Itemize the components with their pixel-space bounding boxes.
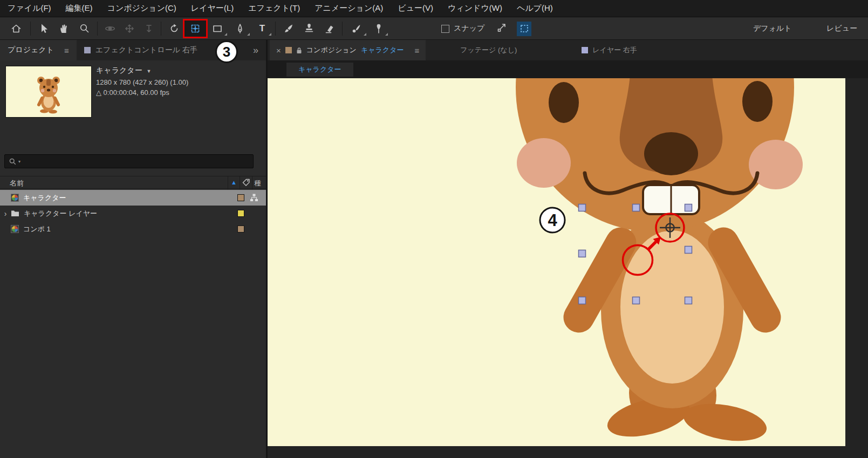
pan-camera-icon — [124, 23, 135, 35]
menu-effect[interactable]: エフェクト(T) — [248, 3, 300, 13]
label-column-icon[interactable] — [242, 179, 250, 187]
composition-icon — [11, 194, 19, 202]
tab-layer-label: レイヤー 右手 — [592, 45, 637, 55]
handle-bottom-right[interactable] — [685, 297, 692, 304]
step-4-number: 4 — [548, 211, 557, 230]
search-box: ▾ — [4, 154, 254, 168]
step-3-number: 3 — [223, 44, 230, 60]
menu-animation[interactable]: アニメーション(A) — [315, 3, 383, 13]
comp-name: キャラクター — [96, 66, 142, 74]
comp-color-label — [285, 47, 292, 53]
project-panel: プロジェクト ≡ エフェクトコントロール 右手 » — [0, 40, 266, 458]
brush-tool-button[interactable] — [278, 19, 299, 38]
close-icon[interactable]: × — [276, 46, 281, 55]
pan-behind-anchor-icon — [189, 23, 201, 35]
caret-down-icon[interactable]: ▼ — [147, 69, 152, 74]
search-icon — [9, 158, 17, 166]
tab-composition[interactable]: × コンポジション キャラクター ≡ — [270, 40, 426, 60]
dolly-camera-tool-button[interactable] — [139, 19, 159, 38]
brush-icon — [283, 23, 295, 35]
menu-composition[interactable]: コンポジション(C) — [107, 3, 176, 13]
tab-layer[interactable]: レイヤー 右手 — [575, 40, 644, 60]
selection-tool-button[interactable] — [33, 19, 54, 38]
label-color-swatch[interactable] — [237, 225, 244, 233]
composition-icon — [11, 225, 19, 233]
tab-project[interactable]: プロジェクト ≡ — [0, 40, 77, 60]
clone-stamp-icon — [303, 23, 315, 35]
comp-info: キャラクター ▼ 1280 x 780 (427 x 260) (1.00) △… — [96, 65, 188, 98]
selection-arrow-icon — [38, 23, 50, 35]
composition-viewport[interactable]: 4 — [268, 78, 845, 446]
rotation-tool-button[interactable] — [164, 19, 184, 38]
item-label: キャラクター レイヤー — [24, 209, 97, 218]
eraser-tool-button[interactable] — [319, 19, 340, 38]
tab-footage[interactable]: フッテージ (なし) — [454, 40, 523, 60]
tab-effect-controls[interactable]: エフェクトコントロール 右手 — [77, 40, 205, 60]
tool-flyout-triangle — [385, 33, 388, 36]
search-input[interactable] — [22, 155, 253, 168]
label-color-swatch[interactable] — [237, 210, 244, 217]
hand-tool-button[interactable] — [54, 19, 74, 38]
folder-icon — [11, 210, 19, 217]
menu-view[interactable]: ビュー(V) — [398, 3, 433, 13]
expand-chevron-icon[interactable]: › — [0, 209, 11, 218]
toolbar-separator — [273, 22, 278, 36]
item-label: キャラクター — [23, 193, 66, 203]
pan-camera-tool-button[interactable] — [120, 19, 139, 38]
pen-tool-button[interactable] — [229, 19, 251, 38]
menu-file[interactable]: ファイル(F) — [8, 3, 51, 13]
panel-menu-icon[interactable]: ≡ — [64, 46, 69, 55]
viewer-tab-character[interactable]: キャラクター — [286, 63, 353, 77]
menu-help[interactable]: ヘルプ(H) — [517, 3, 553, 13]
panel-overflow-icon[interactable]: » — [253, 45, 258, 56]
table-header: 名前 ▲ 種 — [0, 176, 266, 189]
menu-edit[interactable]: 編集(E) — [66, 3, 93, 13]
composition-canvas-art: 4 — [268, 78, 845, 446]
handle-bottom-left[interactable] — [579, 297, 586, 304]
tab-effect-controls-label: エフェクトコントロール 右手 — [95, 45, 197, 55]
type-tool-icon: T — [259, 23, 265, 34]
puppet-pin-tool-button[interactable] — [368, 19, 389, 38]
snap-options-button[interactable] — [496, 22, 507, 35]
clone-stamp-tool-button[interactable] — [299, 19, 319, 38]
handle-top-center[interactable] — [633, 204, 640, 211]
panel-menu-icon[interactable]: ≡ — [414, 46, 419, 55]
search-caret-icon[interactable]: ▾ — [18, 159, 20, 164]
composition-panel: × コンポジション キャラクター ≡ フッテージ (なし) レイヤー 右手 キャ… — [268, 40, 868, 458]
eraser-icon — [324, 23, 336, 35]
item-label: コンポ 1 — [23, 224, 51, 234]
menu-layer[interactable]: レイヤー(L) — [191, 3, 234, 13]
tool-flyout-triangle — [224, 33, 227, 36]
marquee-snap-button[interactable] — [517, 22, 531, 36]
after-effects-window: ファイル(F) 編集(E) コンポジション(C) レイヤー(L) エフェクト(T… — [0, 0, 868, 458]
column-name-header[interactable]: 名前 — [10, 179, 24, 188]
roto-brush-tool-button[interactable] — [345, 19, 368, 38]
tool-flyout-triangle — [364, 33, 366, 36]
column-divider — [228, 176, 228, 189]
project-item-comp-1[interactable]: コンポ 1 — [0, 221, 266, 237]
project-item-character[interactable]: キャラクター — [0, 190, 266, 206]
orbit-camera-tool-button[interactable] — [100, 19, 120, 38]
label-color-swatch[interactable] — [237, 194, 244, 201]
handle-bottom-center[interactable] — [633, 297, 640, 304]
rectangle-tool-button[interactable] — [206, 19, 229, 38]
comp-duration: △ 0:00:00:04, 60.00 fps — [96, 87, 188, 98]
tool-flyout-triangle — [247, 33, 250, 36]
project-item-character-layers[interactable]: › キャラクター レイヤー — [0, 206, 266, 221]
snap-label[interactable]: スナップ — [454, 24, 484, 33]
zoom-tool-button[interactable] — [74, 19, 95, 38]
column-divider — [240, 176, 240, 189]
home-tool-button[interactable] — [4, 19, 28, 38]
handle-top-left[interactable] — [579, 204, 586, 211]
workspace-default[interactable]: デフォルト — [753, 24, 792, 33]
column-type-header[interactable]: 種 — [254, 179, 261, 188]
handle-mid-left[interactable] — [579, 250, 586, 257]
lock-icon — [296, 47, 302, 54]
handle-mid-right[interactable] — [685, 247, 692, 254]
type-tool-button[interactable]: T — [251, 19, 273, 38]
pan-behind-anchor-tool-button[interactable] — [184, 19, 206, 38]
menu-window[interactable]: ウィンドウ(W) — [448, 3, 502, 13]
snap-checkbox[interactable] — [441, 25, 449, 33]
workspace-review[interactable]: レビュー — [826, 24, 857, 33]
handle-top-right[interactable] — [685, 204, 692, 211]
